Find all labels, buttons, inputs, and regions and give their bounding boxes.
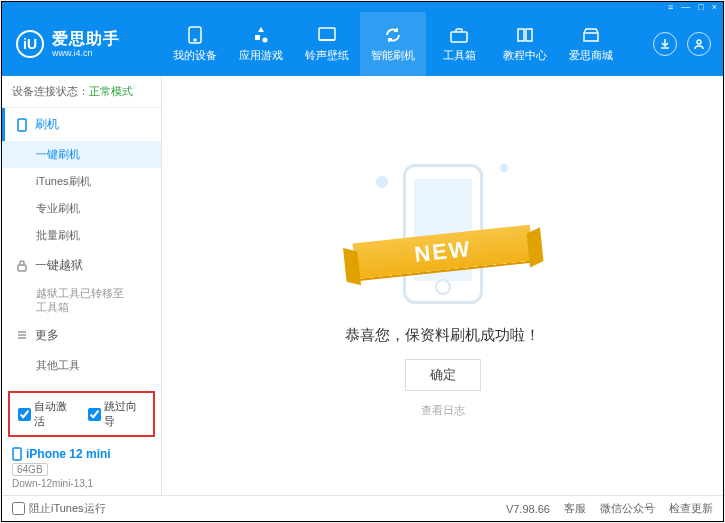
nav-apps-games[interactable]: 应用游戏 [228, 12, 294, 76]
block-itunes-checkbox[interactable]: 阻止iTunes运行 [12, 501, 106, 516]
wallpaper-icon [317, 26, 337, 44]
check-update-link[interactable]: 检查更新 [669, 501, 713, 516]
titlebar: ≡ — □ × [2, 2, 723, 12]
version-label: V7.98.66 [506, 503, 550, 515]
status-value: 正常模式 [89, 85, 133, 97]
lock-icon [15, 259, 29, 273]
ok-button[interactable]: 确定 [405, 359, 481, 391]
sidebar-item-itunes[interactable]: iTunes刷机 [2, 168, 161, 195]
svg-rect-3 [451, 32, 467, 42]
section-title: 刷机 [35, 116, 59, 133]
book-icon [515, 26, 535, 44]
device-detail: Down-12mini-13,1 [12, 478, 151, 489]
menu-icon[interactable]: ≡ [668, 2, 673, 12]
svg-point-1 [194, 39, 196, 41]
close-button[interactable]: × [712, 2, 717, 12]
device-status: 设备连接状态：正常模式 [2, 76, 161, 108]
header: iU 爱思助手 www.i4.cn 我的设备 应用游戏 铃声壁纸 智能刷机 工具… [2, 12, 723, 76]
success-message: 恭喜您，保资料刷机成功啦！ [345, 326, 540, 345]
maximize-button[interactable]: □ [698, 2, 703, 12]
svg-rect-2 [319, 28, 335, 40]
section-more[interactable]: 更多 [2, 319, 161, 352]
nav-ringtones[interactable]: 铃声壁纸 [294, 12, 360, 76]
section-flash[interactable]: 刷机 [2, 108, 161, 141]
nav-label: 应用游戏 [239, 48, 283, 63]
device-name: iPhone 12 mini [26, 447, 111, 461]
sidebar-item-batch[interactable]: 批量刷机 [2, 222, 161, 249]
more-icon [15, 328, 29, 342]
svg-rect-7 [13, 448, 21, 460]
download-button[interactable] [653, 32, 677, 56]
status-label: 设备连接状态： [12, 85, 89, 97]
phone-icon [12, 447, 22, 461]
toolbox-icon [449, 26, 469, 44]
section-title: 更多 [35, 327, 59, 344]
sidebar-item-pro[interactable]: 专业刷机 [2, 195, 161, 222]
nav-label: 我的设备 [173, 48, 217, 63]
device-info[interactable]: iPhone 12 mini 64GB Down-12mini-13,1 [2, 441, 161, 495]
footer: 阻止iTunes运行 V7.98.66 客服 微信公众号 检查更新 [2, 495, 723, 521]
section-jailbreak[interactable]: 一键越狱 [2, 249, 161, 282]
nav-label: 智能刷机 [371, 48, 415, 63]
nav-label: 工具箱 [443, 48, 476, 63]
nav-toolbox[interactable]: 工具箱 [426, 12, 492, 76]
apps-icon [251, 26, 271, 44]
store-icon [581, 26, 601, 44]
sidebar-item-other[interactable]: 其他工具 [2, 352, 161, 379]
body: 设备连接状态：正常模式 刷机 一键刷机 iTunes刷机 专业刷机 批量刷机 一… [2, 76, 723, 495]
app-window: ≡ — □ × iU 爱思助手 www.i4.cn 我的设备 应用游戏 铃声壁纸… [1, 1, 724, 522]
sidebar: 设备连接状态：正常模式 刷机 一键刷机 iTunes刷机 专业刷机 批量刷机 一… [2, 76, 162, 495]
app-name: 爱思助手 [52, 31, 120, 47]
sidebar-item-oneclick[interactable]: 一键刷机 [2, 141, 161, 168]
svg-point-4 [697, 40, 701, 44]
top-nav: 我的设备 应用游戏 铃声壁纸 智能刷机 工具箱 教程中心 爱思商城 [162, 12, 653, 76]
options-box: 自动激活 跳过向导 [8, 391, 155, 437]
section-title: 一键越狱 [35, 257, 83, 274]
app-url: www.i4.cn [52, 49, 120, 58]
sidebar-item-firmware[interactable]: 下载固件 [2, 379, 161, 387]
minimize-button[interactable]: — [681, 2, 690, 12]
view-log-link[interactable]: 查看日志 [421, 403, 465, 418]
success-illustration: NEW [358, 154, 528, 314]
header-right [653, 32, 723, 56]
wechat-link[interactable]: 微信公众号 [600, 501, 655, 516]
nav-tutorials[interactable]: 教程中心 [492, 12, 558, 76]
nav-label: 教程中心 [503, 48, 547, 63]
jailbreak-note: 越狱工具已转移至工具箱 [2, 282, 161, 319]
nav-label: 铃声壁纸 [305, 48, 349, 63]
logo[interactable]: iU 爱思助手 www.i4.cn [2, 30, 162, 58]
refresh-icon [383, 26, 403, 44]
user-button[interactable] [687, 32, 711, 56]
nav-store[interactable]: 爱思商城 [558, 12, 624, 76]
nav-label: 爱思商城 [569, 48, 613, 63]
auto-activate-checkbox[interactable]: 自动激活 [18, 399, 76, 429]
svg-rect-6 [18, 265, 26, 271]
nav-smart-flash[interactable]: 智能刷机 [360, 12, 426, 76]
skip-guide-checkbox[interactable]: 跳过向导 [88, 399, 146, 429]
phone-icon [15, 118, 29, 132]
support-link[interactable]: 客服 [564, 501, 586, 516]
phone-icon [185, 26, 205, 44]
nav-my-device[interactable]: 我的设备 [162, 12, 228, 76]
svg-rect-5 [18, 119, 26, 131]
device-capacity: 64GB [12, 463, 48, 476]
logo-icon: iU [16, 30, 44, 58]
main-panel: NEW 恭喜您，保资料刷机成功啦！ 确定 查看日志 [162, 76, 723, 495]
